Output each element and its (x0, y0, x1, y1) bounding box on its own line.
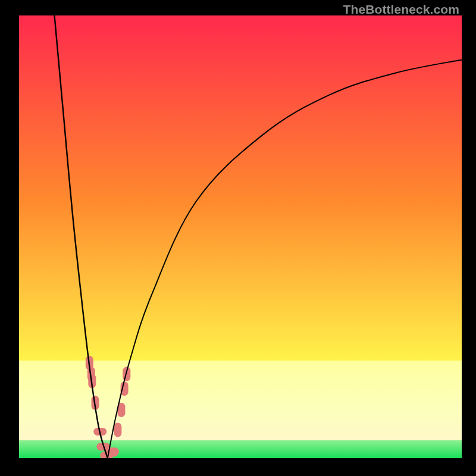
plot-area (19, 15, 462, 458)
watermark-text: TheBottleneck.com (343, 2, 459, 17)
curve-left-branch (55, 15, 108, 458)
marker-layer (86, 356, 131, 458)
curve-overlay (19, 15, 462, 458)
data-marker (114, 422, 121, 437)
chart-frame: TheBottleneck.com (0, 0, 476, 476)
curve-right-branch (108, 60, 462, 458)
